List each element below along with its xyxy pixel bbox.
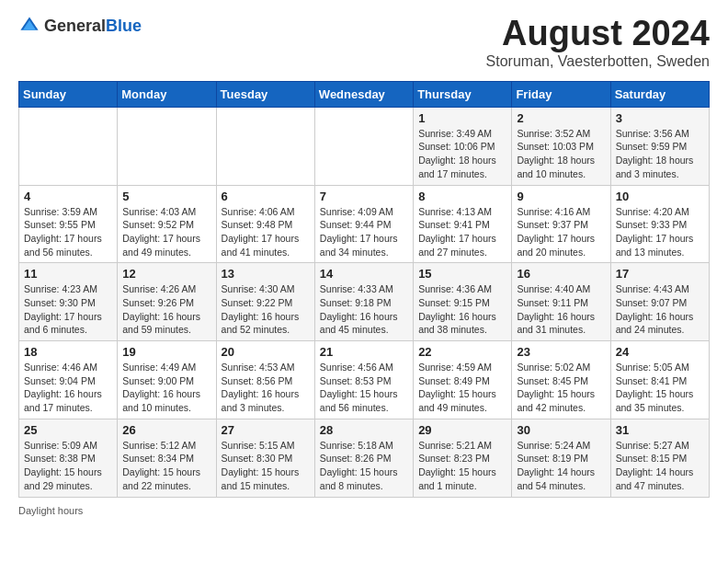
logo: GeneralBlue: [18, 15, 142, 37]
subtitle: Storuman, Vaesterbotten, Sweden: [486, 53, 710, 70]
day-info: Sunrise: 4:40 AM Sunset: 9:11 PM Dayligh…: [517, 282, 605, 337]
calendar-body: 1Sunrise: 3:49 AM Sunset: 10:06 PM Dayli…: [19, 107, 710, 497]
calendar-week-row: 11Sunrise: 4:23 AM Sunset: 9:30 PM Dayli…: [19, 263, 710, 341]
logo-icon: [18, 15, 40, 37]
calendar-cell: 3Sunrise: 3:56 AM Sunset: 9:59 PM Daylig…: [610, 107, 709, 185]
logo-text: GeneralBlue: [44, 17, 142, 36]
day-info: Sunrise: 4:33 AM Sunset: 9:18 PM Dayligh…: [320, 282, 408, 337]
weekday-header: Monday: [118, 81, 216, 107]
day-info: Sunrise: 4:13 AM Sunset: 9:41 PM Dayligh…: [418, 205, 506, 259]
weekday-header: Thursday: [414, 81, 512, 107]
calendar-cell: 1Sunrise: 3:49 AM Sunset: 10:06 PM Dayli…: [414, 107, 512, 185]
calendar-cell: 7Sunrise: 4:09 AM Sunset: 9:44 PM Daylig…: [314, 185, 413, 263]
day-number: 5: [122, 190, 210, 203]
day-info: Sunrise: 4:46 AM Sunset: 9:04 PM Dayligh…: [24, 361, 112, 415]
calendar-cell: [314, 107, 413, 185]
calendar-cell: 10Sunrise: 4:20 AM Sunset: 9:33 PM Dayli…: [610, 185, 709, 263]
day-info: Sunrise: 4:49 AM Sunset: 9:00 PM Dayligh…: [122, 361, 210, 415]
day-number: 1: [418, 111, 506, 125]
day-info: Sunrise: 4:03 AM Sunset: 9:52 PM Dayligh…: [122, 205, 210, 259]
calendar-cell: 8Sunrise: 4:13 AM Sunset: 9:41 PM Daylig…: [414, 185, 512, 263]
calendar-cell: [216, 107, 314, 185]
day-number: 25: [24, 423, 112, 437]
day-info: Sunrise: 5:05 AM Sunset: 8:41 PM Dayligh…: [616, 361, 704, 415]
day-info: Sunrise: 3:52 AM Sunset: 10:03 PM Daylig…: [517, 127, 605, 181]
calendar-cell: [19, 107, 118, 185]
calendar-cell: 28Sunrise: 5:18 AM Sunset: 8:26 PM Dayli…: [314, 419, 413, 497]
day-number: 26: [122, 423, 210, 437]
calendar-cell: 4Sunrise: 3:59 AM Sunset: 9:55 PM Daylig…: [19, 185, 118, 263]
calendar-cell: [118, 107, 216, 185]
day-info: Sunrise: 5:02 AM Sunset: 8:45 PM Dayligh…: [517, 361, 605, 415]
day-info: Sunrise: 3:59 AM Sunset: 9:55 PM Dayligh…: [24, 205, 112, 259]
calendar-cell: 25Sunrise: 5:09 AM Sunset: 8:38 PM Dayli…: [19, 419, 118, 497]
day-info: Sunrise: 4:06 AM Sunset: 9:48 PM Dayligh…: [222, 205, 310, 259]
day-number: 11: [24, 267, 112, 281]
day-info: Sunrise: 5:24 AM Sunset: 8:19 PM Dayligh…: [517, 439, 605, 493]
day-info: Sunrise: 4:20 AM Sunset: 9:33 PM Dayligh…: [616, 205, 704, 259]
calendar-cell: 15Sunrise: 4:36 AM Sunset: 9:15 PM Dayli…: [414, 263, 512, 341]
weekday-header: Friday: [512, 81, 610, 107]
day-info: Sunrise: 5:15 AM Sunset: 8:30 PM Dayligh…: [222, 439, 310, 493]
day-number: 6: [222, 190, 310, 203]
daylight-label: Daylight hours: [18, 505, 83, 516]
weekday-header: Wednesday: [314, 81, 413, 107]
title-area: August 2024 Storuman, Vaesterbotten, Swe…: [486, 15, 710, 70]
day-number: 8: [418, 190, 506, 203]
weekday-header: Saturday: [610, 81, 709, 107]
day-info: Sunrise: 4:36 AM Sunset: 9:15 PM Dayligh…: [418, 282, 506, 337]
calendar-cell: 5Sunrise: 4:03 AM Sunset: 9:52 PM Daylig…: [118, 185, 216, 263]
calendar-cell: 14Sunrise: 4:33 AM Sunset: 9:18 PM Dayli…: [314, 263, 413, 341]
calendar: SundayMondayTuesdayWednesdayThursdayFrid…: [18, 81, 710, 498]
footer-area: Daylight hours: [18, 505, 710, 516]
calendar-cell: 24Sunrise: 5:05 AM Sunset: 8:41 PM Dayli…: [610, 341, 709, 419]
day-number: 17: [616, 267, 704, 281]
calendar-header: SundayMondayTuesdayWednesdayThursdayFrid…: [19, 81, 710, 107]
calendar-cell: 20Sunrise: 4:53 AM Sunset: 8:56 PM Dayli…: [216, 341, 314, 419]
day-info: Sunrise: 4:09 AM Sunset: 9:44 PM Dayligh…: [320, 205, 408, 259]
day-info: Sunrise: 4:56 AM Sunset: 8:53 PM Dayligh…: [320, 361, 408, 415]
calendar-cell: 13Sunrise: 4:30 AM Sunset: 9:22 PM Dayli…: [216, 263, 314, 341]
day-number: 10: [616, 190, 704, 203]
calendar-cell: 22Sunrise: 4:59 AM Sunset: 8:49 PM Dayli…: [414, 341, 512, 419]
day-info: Sunrise: 5:09 AM Sunset: 8:38 PM Dayligh…: [24, 439, 112, 493]
day-number: 19: [122, 345, 210, 359]
day-number: 21: [320, 345, 408, 359]
day-info: Sunrise: 3:56 AM Sunset: 9:59 PM Dayligh…: [616, 127, 704, 181]
calendar-cell: 30Sunrise: 5:24 AM Sunset: 8:19 PM Dayli…: [512, 419, 610, 497]
day-number: 7: [320, 190, 408, 203]
day-number: 27: [222, 423, 310, 437]
calendar-cell: 18Sunrise: 4:46 AM Sunset: 9:04 PM Dayli…: [19, 341, 118, 419]
day-number: 2: [517, 111, 605, 125]
day-info: Sunrise: 4:26 AM Sunset: 9:26 PM Dayligh…: [122, 282, 210, 337]
day-number: 14: [320, 267, 408, 281]
weekday-row: SundayMondayTuesdayWednesdayThursdayFrid…: [19, 81, 710, 107]
day-number: 4: [24, 190, 112, 203]
day-number: 31: [616, 423, 704, 437]
calendar-cell: 26Sunrise: 5:12 AM Sunset: 8:34 PM Dayli…: [118, 419, 216, 497]
day-number: 29: [418, 423, 506, 437]
logo-general: General: [44, 17, 106, 35]
day-info: Sunrise: 5:18 AM Sunset: 8:26 PM Dayligh…: [320, 439, 408, 493]
day-number: 9: [517, 190, 605, 203]
day-number: 18: [24, 345, 112, 359]
logo-blue: Blue: [106, 17, 142, 35]
calendar-cell: 19Sunrise: 4:49 AM Sunset: 9:00 PM Dayli…: [118, 341, 216, 419]
day-number: 28: [320, 423, 408, 437]
calendar-cell: 11Sunrise: 4:23 AM Sunset: 9:30 PM Dayli…: [19, 263, 118, 341]
calendar-cell: 9Sunrise: 4:16 AM Sunset: 9:37 PM Daylig…: [512, 185, 610, 263]
calendar-week-row: 18Sunrise: 4:46 AM Sunset: 9:04 PM Dayli…: [19, 341, 710, 419]
main-title: August 2024: [486, 15, 710, 53]
calendar-cell: 12Sunrise: 4:26 AM Sunset: 9:26 PM Dayli…: [118, 263, 216, 341]
calendar-cell: 16Sunrise: 4:40 AM Sunset: 9:11 PM Dayli…: [512, 263, 610, 341]
day-number: 12: [122, 267, 210, 281]
calendar-cell: 6Sunrise: 4:06 AM Sunset: 9:48 PM Daylig…: [216, 185, 314, 263]
calendar-cell: 23Sunrise: 5:02 AM Sunset: 8:45 PM Dayli…: [512, 341, 610, 419]
day-number: 23: [517, 345, 605, 359]
day-info: Sunrise: 5:12 AM Sunset: 8:34 PM Dayligh…: [122, 439, 210, 493]
calendar-cell: 21Sunrise: 4:56 AM Sunset: 8:53 PM Dayli…: [314, 341, 413, 419]
day-info: Sunrise: 4:59 AM Sunset: 8:49 PM Dayligh…: [418, 361, 506, 415]
calendar-cell: 17Sunrise: 4:43 AM Sunset: 9:07 PM Dayli…: [610, 263, 709, 341]
calendar-cell: 27Sunrise: 5:15 AM Sunset: 8:30 PM Dayli…: [216, 419, 314, 497]
day-info: Sunrise: 4:30 AM Sunset: 9:22 PM Dayligh…: [222, 282, 310, 337]
